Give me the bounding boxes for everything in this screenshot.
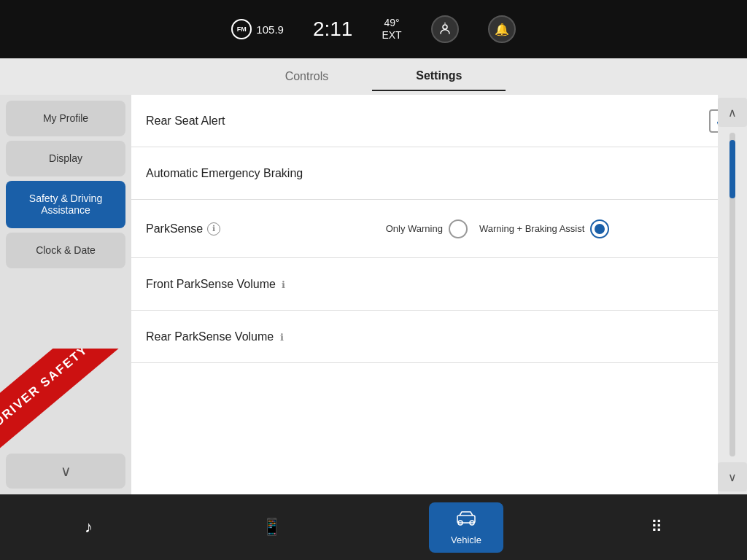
- only-warning-label: Only Warning: [386, 223, 443, 235]
- vehicle-icon: [454, 510, 478, 530]
- fm-badge: FM: [231, 19, 252, 39]
- rear-seat-alert-label: Rear Seat Alert: [146, 114, 709, 128]
- nav-item-phone[interactable]: 📱: [240, 510, 303, 544]
- bell-icon-btn[interactable]: 🔔: [488, 15, 516, 43]
- nav-item-apps[interactable]: ⠿: [629, 510, 684, 544]
- nav-item-vehicle[interactable]: Vehicle: [429, 502, 503, 553]
- rear-parksense-info-icon[interactable]: ℹ: [280, 332, 284, 343]
- sidebar-item-clock[interactable]: Clock & Date: [6, 233, 125, 268]
- nav-item-music[interactable]: ♪: [63, 510, 115, 544]
- front-parksense-label: Front ParkSense Volume ℹ: [146, 278, 727, 291]
- temperature-display: 49° EXT: [382, 17, 401, 42]
- only-warning-radio[interactable]: [449, 219, 468, 238]
- sidebar-item-my-profile[interactable]: My Profile: [6, 101, 125, 136]
- parksense-row: ParkSense ℹ Only Warning Warning + Braki…: [131, 200, 747, 258]
- parksense-info-icon[interactable]: ℹ: [207, 222, 220, 236]
- fm-station: 105.9: [256, 23, 284, 36]
- sidebar: My Profile Display Safety & Driving Assi…: [0, 95, 131, 494]
- front-parksense-row: Front ParkSense Volume ℹ ›: [131, 258, 747, 311]
- rear-parksense-label: Rear ParkSense Volume ℹ: [146, 330, 727, 343]
- scroll-thumb: [729, 140, 735, 198]
- aeb-row: Automatic Emergency Braking ›: [131, 147, 747, 200]
- scroll-track: [729, 133, 735, 456]
- status-bar: FM 105.9 2:11 49° EXT 🔔: [0, 0, 747, 58]
- settings-panel: Rear Seat Alert ✓ Automatic Emergency Br…: [131, 95, 747, 494]
- svg-point-0: [443, 25, 447, 29]
- scroll-controls: ∧ ∨: [718, 95, 747, 494]
- scroll-up-btn[interactable]: ∧: [718, 98, 747, 127]
- phone-icon: 📱: [262, 518, 282, 537]
- main-content: Controls Settings My Profile Display Saf…: [0, 58, 747, 494]
- fm-radio-display: FM 105.9: [231, 19, 284, 39]
- time-display: 2:11: [313, 18, 353, 41]
- svg-rect-2: [457, 516, 475, 523]
- sidebar-item-display[interactable]: Display: [6, 141, 125, 176]
- bell-icon: 🔔: [495, 23, 509, 36]
- rear-seat-alert-row: Rear Seat Alert ✓: [131, 95, 747, 147]
- aeb-label: Automatic Emergency Braking: [146, 167, 727, 180]
- music-icon: ♪: [85, 518, 93, 537]
- warning-braking-radio[interactable]: [590, 219, 609, 238]
- only-warning-option[interactable]: Only Warning: [386, 219, 468, 238]
- parksense-label: ParkSense ℹ: [146, 222, 263, 236]
- parksense-radio-group: Only Warning Warning + Braking Assist: [263, 219, 732, 238]
- clock: 2:11: [313, 18, 353, 41]
- front-parksense-info-icon[interactable]: ℹ: [282, 279, 285, 290]
- tab-controls[interactable]: Controls: [241, 63, 373, 90]
- apps-icon: ⠿: [651, 518, 662, 537]
- content-area: My Profile Display Safety & Driving Assi…: [0, 95, 747, 494]
- vehicle-label: Vehicle: [451, 534, 481, 545]
- warning-braking-option[interactable]: Warning + Braking Assist: [479, 219, 609, 238]
- tab-settings[interactable]: Settings: [372, 62, 506, 91]
- sidebar-item-safety[interactable]: Safety & Driving Assistance: [6, 181, 125, 229]
- rear-parksense-row: Rear ParkSense Volume ℹ ›: [131, 311, 747, 363]
- tab-bar: Controls Settings: [0, 58, 747, 95]
- warning-braking-label: Warning + Braking Assist: [479, 223, 584, 235]
- bottom-nav: ♪ 📱 Vehicle ⠿: [0, 494, 747, 560]
- sidebar-scroll-down[interactable]: ∨: [6, 454, 125, 489]
- driver-icon-btn[interactable]: [431, 15, 459, 43]
- scroll-down-btn[interactable]: ∨: [718, 462, 747, 491]
